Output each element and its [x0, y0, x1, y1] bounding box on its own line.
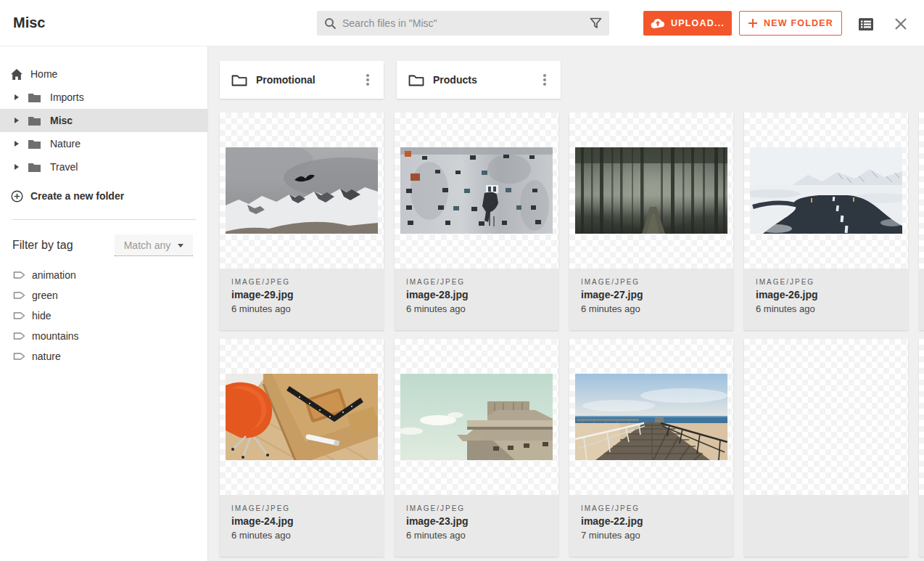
match-mode-select[interactable]: Match any [115, 234, 193, 256]
file-type: IMAGE/JPEG [231, 504, 372, 512]
file-meta: IMAGE/JPEG image-26.jpg 6 minutes ago [744, 269, 908, 330]
plus-icon [748, 18, 758, 28]
file-meta: IMAGE/JPEG image-29.jpg 6 minutes ago [220, 269, 384, 330]
sidebar-item-label: Home [30, 68, 57, 80]
tag-item-mountains[interactable]: mountains [0, 326, 207, 346]
file-meta: IMAGE/JPEG image-27.jpg 6 minutes ago [569, 269, 733, 330]
sidebar-item-home[interactable]: Home [0, 62, 207, 86]
filter-by-tag-section: Filter by tag Match any [12, 234, 193, 256]
file-card-image-27[interactable]: IMAGE/JPEG image-27.jpg 6 minutes ago [569, 112, 733, 330]
file-time: 6 minutes ago [581, 303, 722, 314]
folder-menu-kebab[interactable] [536, 71, 553, 89]
sidebar-item-imports[interactable]: Imports [0, 86, 207, 109]
expand-caret-icon[interactable] [15, 94, 19, 100]
file-thumbnail [395, 112, 558, 269]
new-folder-button[interactable]: NEW FOLDER [739, 11, 842, 36]
file-time: 6 minutes ago [756, 303, 896, 314]
file-meta: IMAGE/JPEG image-28.jpg 6 minutes ago [395, 269, 558, 330]
file-time: 6 minutes ago [231, 530, 372, 541]
expand-caret-icon[interactable] [15, 164, 19, 170]
close-icon[interactable] [892, 15, 909, 33]
file-name: image-29.jpg [231, 289, 372, 300]
folder-card-label: Promotional [256, 74, 359, 86]
file-card-image-26[interactable]: IMAGE/JPEG image-26.jpg 6 minutes ago [744, 112, 908, 330]
file-card-image-22[interactable]: IMAGE/JPEG image-22.jpg 7 minutes ago [569, 339, 733, 557]
folder-icon [28, 139, 41, 150]
create-folder-label: Create a new folder [30, 190, 124, 202]
search-input[interactable] [342, 17, 590, 29]
file-card-partial[interactable] [744, 339, 908, 557]
tag-list: animation green hide mountains nature [0, 265, 207, 367]
folder-icon [28, 115, 41, 126]
file-thumbnail [220, 339, 384, 495]
sidebar-item-label: Travel [50, 161, 78, 173]
file-type: IMAGE/JPEG [581, 278, 722, 286]
expand-caret-icon[interactable] [15, 141, 19, 147]
folder-outline-icon [408, 74, 424, 86]
tag-label: nature [32, 351, 61, 362]
tag-label: green [32, 290, 58, 301]
tag-label: animation [32, 269, 76, 281]
create-folder-button[interactable]: Create a new folder [0, 184, 207, 208]
search-bar [317, 11, 609, 36]
sidebar: Home Imports Misc Nature Travel Create a [0, 46, 208, 561]
file-name: image-23.jpg [406, 515, 547, 527]
file-type: IMAGE/JPEG [406, 278, 547, 286]
file-meta [744, 495, 908, 557]
file-thumbnail [919, 339, 924, 495]
folder-menu-kebab[interactable] [359, 71, 376, 89]
sidebar-item-misc[interactable]: Misc [0, 109, 207, 132]
tag-label: hide [32, 310, 51, 322]
sidebar-item-nature[interactable]: Nature [0, 132, 207, 155]
file-card-image-29[interactable]: IMAGE/JPEG image-29.jpg 6 minutes ago [220, 112, 384, 330]
upload-button[interactable]: UPLOAD... [643, 11, 732, 36]
tag-icon [13, 331, 25, 341]
file-thumbnail [919, 112, 924, 269]
tag-item-hide[interactable]: hide [0, 306, 207, 326]
file-card-image-23[interactable]: IMAGE/JPEG image-23.jpg 6 minutes ago [395, 339, 558, 557]
file-thumbnail [744, 339, 908, 495]
folder-card-products[interactable]: Products [397, 61, 561, 99]
file-card-partial[interactable] [919, 339, 924, 557]
list-view-toggle[interactable] [857, 15, 875, 33]
file-card-image-25[interactable]: IMAGE/JPEG image-25.jpg 6 minutes ago [919, 112, 924, 330]
expand-caret-icon[interactable] [15, 118, 19, 123]
file-meta: IMAGE/JPEG image-24.jpg 6 minutes ago [220, 495, 384, 557]
file-thumbnail [744, 112, 908, 269]
file-type: IMAGE/JPEG [756, 278, 896, 286]
sidebar-item-label: Nature [50, 138, 81, 150]
page-title: Misc [13, 15, 45, 31]
file-type: IMAGE/JPEG [581, 504, 722, 512]
circle-plus-icon [11, 190, 23, 202]
upload-button-label: UPLOAD... [671, 18, 725, 28]
file-time: 6 minutes ago [406, 303, 547, 314]
tag-item-animation[interactable]: animation [0, 265, 207, 285]
file-time: 7 minutes ago [581, 530, 722, 541]
match-mode-value: Match any [124, 239, 171, 251]
folder-card-promotional[interactable]: Promotional [220, 61, 384, 99]
sidebar-item-travel[interactable]: Travel [0, 155, 207, 179]
file-meta: IMAGE/JPEG image-25.jpg 6 minutes ago [919, 269, 924, 330]
tag-item-nature[interactable]: nature [0, 346, 207, 367]
subfolder-row: Promotional Products [220, 61, 561, 99]
file-grid: IMAGE/JPEG image-29.jpg 6 minutes ago [220, 112, 924, 557]
sidebar-divider [12, 219, 196, 220]
tag-icon [13, 351, 25, 361]
folder-outline-icon [231, 74, 247, 86]
file-card-image-28[interactable]: IMAGE/JPEG image-28.jpg 6 minutes ago [395, 112, 558, 330]
file-type: IMAGE/JPEG [231, 278, 372, 286]
tag-item-green[interactable]: green [0, 285, 207, 306]
file-name: image-26.jpg [756, 289, 896, 300]
file-browser-main: Promotional Products [208, 46, 924, 561]
file-thumbnail [569, 339, 733, 495]
sidebar-item-label: Imports [50, 91, 84, 103]
file-type: IMAGE/JPEG [406, 504, 547, 512]
filter-icon[interactable] [590, 17, 602, 29]
file-meta: IMAGE/JPEG image-22.jpg 7 minutes ago [569, 495, 733, 557]
file-meta [919, 495, 924, 557]
chevron-down-icon [178, 244, 183, 247]
folder-icon [28, 162, 41, 173]
search-icon [324, 17, 337, 30]
top-bar: Misc UPLOAD... NEW FOLDER [0, 0, 924, 46]
file-card-image-24[interactable]: IMAGE/JPEG image-24.jpg 6 minutes ago [220, 339, 384, 557]
